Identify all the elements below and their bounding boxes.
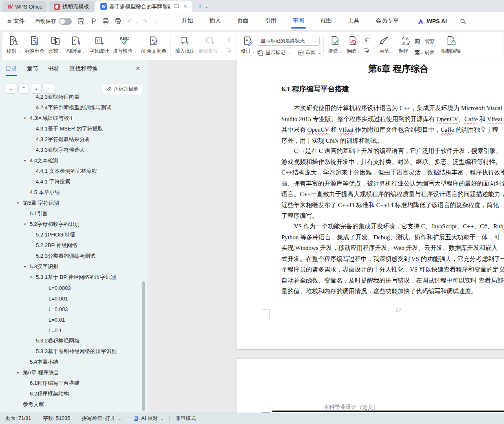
toc-item[interactable]: 4.4.1 文本检测的完整流程 xyxy=(0,166,144,177)
quick-access-chevron-icon[interactable]: ⌄ xyxy=(154,19,157,24)
toc-item[interactable]: 5.2.1PHOG 特征 xyxy=(0,230,144,240)
search-icon[interactable] xyxy=(458,16,469,26)
document-page-77[interactable]: 第6章 程序综合 6.1 程序编写平台搭建 本次研究使用的计算机程序设计语言为 … xyxy=(237,60,504,349)
accept-button[interactable]: 接受⌄ xyxy=(326,32,344,56)
marks-state-dropdown[interactable]: 显示标记的最终状态⌄ xyxy=(257,36,320,46)
toc-item[interactable]: 4.4.1 字符搜索 xyxy=(0,177,144,187)
tab-docer[interactable]: 找稻壳模板 xyxy=(49,1,94,12)
toc-item[interactable]: ▼第5章 字符识别 xyxy=(0,198,144,208)
toc-item[interactable]: L=0.01 xyxy=(0,314,144,325)
toc-item[interactable]: 4.3.3获取字符候选人 xyxy=(0,145,144,155)
toc-item[interactable]: L=0.001 xyxy=(0,293,144,304)
pen-button[interactable]: 画笔 xyxy=(376,32,392,56)
toc-item[interactable]: L=0.003 xyxy=(0,304,144,314)
toc-item[interactable]: 5.2.3分类器的训练与测试 xyxy=(0,251,144,261)
tab-reference[interactable]: 引用 xyxy=(257,13,285,29)
previous-change-icon[interactable] xyxy=(363,37,371,44)
toc-item-label: 6.1程序编写平台搭建 xyxy=(30,380,80,387)
toc-item[interactable]: 6.2程序框架结构 xyxy=(0,389,144,399)
toc-item[interactable]: 4.5 本章小结 xyxy=(0,187,144,198)
document-canvas[interactable]: 第6章 程序综合 6.1 程序编写平台搭建 本次研究使用的计算机程序设计语言为 … xyxy=(148,60,504,413)
export-pdf-icon[interactable] xyxy=(88,16,99,26)
dialog-launcher-icon[interactable]: ⌟ xyxy=(470,55,471,59)
tab-review[interactable]: 审阅 xyxy=(285,13,312,29)
traditional-to-simplified-button[interactable]: 繁→ 转简 xyxy=(415,49,435,56)
detach-window-icon[interactable] xyxy=(174,4,179,10)
print-icon[interactable] xyxy=(100,16,111,26)
tab-home[interactable]: 开始 xyxy=(174,13,201,29)
reject-button[interactable]: 拒绝⌄ xyxy=(344,32,363,56)
collapse-arrow-icon[interactable]: ▼ xyxy=(16,201,23,205)
close-pane-icon[interactable]: ✕ xyxy=(135,65,140,72)
toc-item[interactable]: ▼5.2字母和数字的识别 xyxy=(0,219,144,230)
chevron-down-icon: ⌄ xyxy=(357,49,360,53)
tab-member[interactable]: 会员专享 xyxy=(368,13,407,29)
page-indicator[interactable]: 页面: 71/81 xyxy=(5,415,31,422)
tab-tools[interactable]: 工具 xyxy=(340,13,368,29)
autosave-toggle[interactable] xyxy=(59,18,72,25)
toc-item[interactable]: L=0.0003 xyxy=(0,283,144,293)
collapse-arrow-icon[interactable]: ▼ xyxy=(23,117,30,120)
tab-wps-office[interactable]: W WPS Office xyxy=(2,1,47,12)
pane-tab-toc[interactable]: 目录 xyxy=(6,65,17,76)
toc-item[interactable]: 4.3.1基于 MSER 的字符提取 xyxy=(0,124,144,134)
spellcheck-status[interactable]: 拼写检查: 打开⌄ xyxy=(82,415,122,422)
compare-button[interactable]: 比较⌄ xyxy=(46,32,65,56)
word-count-button[interactable]: 12 字数统计 xyxy=(87,32,111,56)
tab-view[interactable]: 视图 xyxy=(312,13,340,29)
collapse-arrow-icon[interactable]: ▼ xyxy=(23,265,30,269)
standard-review-button[interactable]: 标准审查 xyxy=(23,32,46,56)
tab-page[interactable]: 页面 xyxy=(229,13,257,29)
toc-item[interactable]: 4.2.3获取特征向量 xyxy=(0,92,144,102)
toc-item-label: 第5章 字符识别 xyxy=(23,199,59,207)
toc-item[interactable]: L=0.1 xyxy=(0,325,144,336)
collapse-arrow-icon[interactable]: ▼ xyxy=(29,276,36,279)
proofread-button[interactable]: 校对⌄ xyxy=(4,32,23,56)
close-tab-icon[interactable]: ✕ xyxy=(183,4,187,9)
toc-item[interactable]: 5.4本章小结 xyxy=(0,357,144,367)
collapse-arrow-icon[interactable]: ▼ xyxy=(23,223,30,226)
ai-polish-button[interactable]: AI 全文润色 xyxy=(139,32,169,56)
print-preview-icon[interactable] xyxy=(113,16,123,26)
track-changes-button[interactable]: 修订⌄ xyxy=(239,32,257,56)
ribbon-card: 校对⌄ 标准审查 比较⌄ AI朗读⌄ 12 字数统计 ABC 拼写检查⌄ AI … xyxy=(2,32,504,60)
word-count-indicator[interactable]: 字数: 51035 xyxy=(43,415,70,422)
toc-item[interactable]: ▼第6章 程序综合 xyxy=(0,367,144,378)
toc-item[interactable]: 参考文献 xyxy=(0,399,144,409)
simplified-to-traditional-button[interactable]: 简→ 转繁 xyxy=(415,38,435,45)
wps-ai-button[interactable]: WPS AI xyxy=(417,18,447,24)
pane-tab-find-replace[interactable]: 查找和替换 xyxy=(69,65,98,76)
document-page-78[interactable]: 本科毕业设计（论文） xyxy=(237,359,504,413)
translate-button[interactable]: A文 翻译⌄ xyxy=(396,32,415,56)
toc-item[interactable]: 4.3.2字符提取结果分析 xyxy=(0,134,144,145)
sidebar-scrollbar-thumb[interactable] xyxy=(142,281,145,411)
file-menu-button[interactable]: ≡ 文件 xyxy=(7,18,25,25)
tab-insert[interactable]: 插入 xyxy=(201,13,229,29)
toc-item[interactable]: 5.2.2BP 神经网络 xyxy=(0,240,144,251)
ai-proofread-status[interactable]: AI 校对⌄ xyxy=(133,415,164,422)
pane-tab-chapters[interactable]: 章节 xyxy=(27,65,38,76)
tab-document-active[interactable]: W 基于多模型融合的车牌智能识 ✕ xyxy=(95,1,192,12)
insert-comment-button[interactable]: 插入批注 xyxy=(173,32,197,56)
collapse-arrow-icon[interactable]: ▼ xyxy=(23,159,30,163)
save-icon[interactable] xyxy=(76,16,86,26)
tab-list-chevron-icon[interactable]: ⌄ xyxy=(205,4,208,9)
new-tab-button[interactable]: + xyxy=(198,2,202,11)
spell-check-button[interactable]: ABC 拼写检查⌄ xyxy=(111,32,139,56)
toc-item[interactable]: ▼5.3汉字识别 xyxy=(0,261,144,272)
toc-item[interactable]: 5.3.3基于卷积神经网络的汉字识别 xyxy=(0,346,144,357)
toc-item[interactable]: 5.1引言 xyxy=(0,208,144,219)
pane-tab-bookmarks[interactable]: 书签 xyxy=(48,65,60,76)
show-marks-button[interactable]: 显示标记⌄ xyxy=(257,49,291,56)
restrict-edit-button[interactable]: 限制编辑 xyxy=(439,32,463,56)
toc-item[interactable]: ▼5.3.1基于 BP 神经网络的汉字识别 xyxy=(0,272,144,283)
toc-item[interactable]: ▼4.3区域提取与校正 xyxy=(0,113,144,124)
ai-read-button[interactable]: AI朗读⌄ xyxy=(64,32,87,56)
reviewers-button[interactable]: 审阅⌄ xyxy=(298,49,322,56)
next-change-icon[interactable] xyxy=(363,47,371,55)
toc-item[interactable]: ▼4.4文本检测 xyxy=(0,155,144,166)
toc-item[interactable]: 5.3.2卷积神经网络 xyxy=(0,336,144,346)
toc-item[interactable]: 4.2.4字符判断模型的训练与测试 xyxy=(0,102,144,113)
collapse-arrow-icon[interactable]: ▼ xyxy=(16,371,23,375)
toc-item[interactable]: 6.1程序编写平台搭建 xyxy=(0,378,144,389)
